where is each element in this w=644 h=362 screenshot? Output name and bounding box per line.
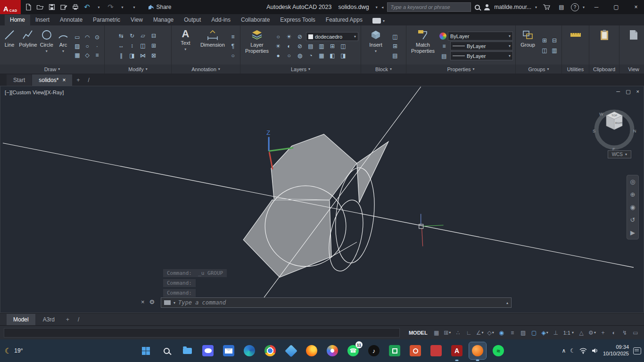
annotation-scale-control[interactable]: 1:1 ▾ [562, 330, 575, 336]
tab-addins[interactable]: Add-ins [206, 15, 236, 25]
help-dropdown-icon[interactable]: ▾ [583, 5, 585, 9]
selection-cycling-icon[interactable]: ▢ [529, 328, 539, 337]
spotify-button[interactable]: ≈ [490, 342, 507, 359]
maximize-button[interactable]: ▢ [608, 0, 624, 14]
tab-insert[interactable]: Insert [30, 15, 55, 25]
layer-tool-icon[interactable]: ▤ [306, 42, 315, 50]
polygon-tool-icon[interactable]: ◇ [83, 51, 92, 59]
workspace-switching-icon[interactable]: ⚙▾ [587, 328, 597, 337]
undo-dropdown-icon[interactable]: ▾ [93, 1, 105, 13]
focus-assist-icon[interactable]: ☾ [570, 347, 575, 354]
clock[interactable]: 09:34 10/10/2025 [603, 344, 629, 357]
annotation-visibility-icon[interactable]: △ [577, 328, 586, 337]
minimize-button[interactable]: ─ [588, 0, 604, 14]
command-input[interactable] [178, 299, 504, 306]
whatsapp-button[interactable]: ☎ 11 [345, 342, 362, 359]
ellipse-arc-tool-icon[interactable]: ◠ [83, 33, 92, 41]
viewport-controls-label[interactable]: [−][Custom View][X-Ray] [5, 90, 64, 95]
tab-view[interactable]: View [125, 15, 148, 25]
browser-button[interactable] [324, 342, 341, 359]
color-dropdown[interactable]: ByLayer ▾ [448, 32, 513, 41]
lineweight-display-icon[interactable]: ≡ [508, 328, 517, 337]
object-snap-icon[interactable]: ◉ [497, 328, 506, 337]
search-icon[interactable] [475, 5, 480, 10]
tab-annotate[interactable]: Annotate [55, 15, 88, 25]
layout-overflow-icon[interactable]: / [74, 314, 83, 325]
model-space-toggle[interactable]: MODEL [406, 330, 430, 336]
new-drawing-tab-icon[interactable]: + [73, 74, 83, 86]
trim-tool-icon[interactable]: ▱ [138, 32, 148, 40]
showmotion-icon[interactable]: ▶ [630, 229, 635, 236]
3d-object-snap-icon[interactable]: ◈▾ [540, 328, 550, 337]
new-layout-icon[interactable]: + [62, 314, 73, 325]
polyline-button[interactable]: Polyline [19, 27, 37, 65]
layer-tool-icon[interactable]: ◐ [284, 42, 294, 50]
erase-tool-icon[interactable]: ⊟ [149, 32, 158, 40]
text-button[interactable]: A Text ▾ [174, 27, 197, 65]
chrome-button[interactable] [262, 342, 279, 359]
new-file-button[interactable] [23, 1, 34, 13]
dimension-button[interactable]: Dimension [199, 27, 226, 65]
annotation-autoscale-icon[interactable]: + [598, 328, 608, 337]
command-close-icon[interactable]: × [141, 298, 145, 305]
block-edit-icon[interactable]: ◫ [390, 33, 400, 41]
ungroup-icon[interactable]: ⊞ [540, 36, 549, 45]
explode-tool-icon[interactable]: ⊞ [149, 41, 158, 50]
paste-button[interactable] [592, 27, 617, 65]
weather-widget[interactable]: ☾ 19° [5, 346, 23, 355]
lineweight-dropdown[interactable]: ByLayer ▾ [450, 41, 513, 50]
layers-panel-label[interactable]: Layers ▾ [240, 65, 361, 74]
offset-tool-icon[interactable]: ⊠ [149, 51, 158, 60]
gradient-tool-icon[interactable]: ▦ [73, 51, 82, 59]
layer-dropdown[interactable]: dodecaedro ▾ [306, 32, 358, 41]
taskbar-search-button[interactable] [158, 342, 175, 359]
close-button[interactable]: × [628, 0, 644, 14]
redo-button[interactable]: ↷ [105, 1, 116, 13]
volume-icon[interactable] [591, 347, 599, 354]
layer-properties-button[interactable]: Layer Properties [243, 27, 271, 65]
annotation-extra-icon[interactable]: ○ [228, 51, 238, 60]
save-as-button[interactable] [58, 1, 69, 13]
redo-dropdown-icon[interactable]: ▾ [117, 1, 128, 13]
user-avatar-icon[interactable] [484, 4, 490, 10]
block-attributes-icon[interactable]: ▤ [390, 51, 400, 60]
layer-tool-icon[interactable]: ◫ [339, 42, 348, 50]
app-red-button[interactable] [428, 342, 445, 359]
transparency-icon[interactable]: ▨ [519, 328, 528, 337]
tab-model[interactable]: Model [7, 314, 35, 325]
isodraft-icon[interactable]: ◇▾ [486, 328, 495, 337]
layer-tool-icon[interactable]: ● [273, 51, 283, 60]
group-selection-icon[interactable]: ◫ [540, 46, 549, 55]
ortho-toggle-icon[interactable]: ∟ [464, 328, 474, 337]
draw-panel-label[interactable]: Draw ▾ [0, 65, 104, 74]
scale-tool-icon[interactable]: ◨ [127, 51, 137, 60]
cart-icon[interactable] [541, 1, 552, 13]
active-app-button[interactable] [469, 342, 486, 359]
ellipse-tool-icon[interactable]: ⊙ [92, 33, 102, 41]
tiktok-button[interactable]: ♪ [365, 342, 382, 359]
file-tab-overflow-icon[interactable]: / [84, 74, 93, 86]
undo-button[interactable]: ↶ [82, 1, 93, 13]
isolate-objects-icon[interactable]: ◐ [609, 328, 619, 337]
utilities-panel-label[interactable]: Utilities [562, 65, 589, 74]
help-icon[interactable]: ? [571, 3, 579, 11]
user-label[interactable]: matilde.mour... [494, 4, 531, 10]
navigation-wheel-icon[interactable]: ◎ [630, 178, 635, 185]
group-edit-icon[interactable]: ⊟ [550, 36, 559, 45]
viewport-close-icon[interactable]: × [636, 89, 639, 95]
move-tool-icon[interactable]: ⇆ [116, 32, 126, 40]
linetype-dropdown[interactable]: ByLayer ▾ [450, 51, 513, 60]
stretch-tool-icon[interactable]: ∥ [116, 51, 126, 60]
search-collapse-icon[interactable]: ◂ [381, 5, 383, 9]
notification-center-icon[interactable] [633, 347, 641, 354]
layer-off-icon[interactable]: ○ [273, 33, 283, 41]
discord-button[interactable] [199, 342, 216, 359]
command-recent-icon[interactable]: ▾ [173, 301, 175, 305]
circle-button[interactable]: Circle ▾ [40, 27, 54, 65]
search-input[interactable] [387, 2, 471, 12]
layer-tool-icon[interactable]: ▥ [317, 42, 326, 50]
layer-lock-icon[interactable]: ⊘ [295, 33, 305, 41]
array-tool-icon[interactable]: ⋈ [138, 51, 148, 60]
wrench-icon[interactable]: ⚙ [149, 298, 155, 305]
line-button[interactable]: Line [2, 27, 17, 65]
